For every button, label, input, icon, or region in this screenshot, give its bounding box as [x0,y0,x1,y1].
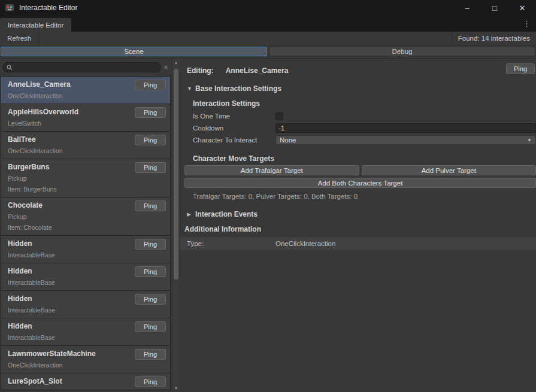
tab-interactable-editor[interactable]: Interactable Editor [0,18,71,32]
character-row: Character To Interact None ▼ [193,134,536,146]
base-settings-foldout[interactable]: ▼ Base Interaction Settings [187,84,536,93]
item-ping-button[interactable]: Ping [135,162,166,173]
item-ping-button[interactable]: Ping [135,239,166,250]
item-type: Pickup [8,213,165,220]
scrollbar-thumb[interactable] [174,69,178,279]
titlebar: Interactable Editor – □ ✕ [0,0,536,16]
tab-debug[interactable]: Debug [269,47,535,56]
interaction-settings-header: Interaction Settings [193,99,536,108]
is-one-time-checkbox[interactable] [275,113,283,120]
chevron-down-icon: ▼ [187,86,195,92]
item-ping-button[interactable]: Ping [135,80,166,90]
interaction-events-label: Interaction Events [195,210,258,218]
search-input[interactable] [15,64,157,71]
item-type: OneClickInteraction [8,92,165,99]
list-item[interactable]: LawnmowerStateMachine OneClickInteractio… [1,346,171,373]
close-icon[interactable]: ✕ [508,0,536,16]
editing-panel: Editing: AnneLise_Camera Ping ▼ Base Int… [180,59,536,392]
toolbar: Refresh Found: 14 interactables [0,32,536,45]
editing-label: Editing: [187,66,214,75]
item-ping-button[interactable]: Ping [135,321,166,332]
item-type: InteractableBase [8,251,165,259]
window-controls: – □ ✕ [453,0,536,16]
editing-value: AnneLise_Camera [226,66,289,75]
list-scrollbar[interactable]: ▲ ▼ [172,59,180,392]
refresh-button[interactable]: Refresh [0,32,39,45]
interactable-list: AnneLise_Camera OneClickInteraction Ping… [0,76,172,392]
minimize-icon[interactable]: – [453,0,481,16]
item-extra: Item: BurgerBuns [8,186,165,193]
interaction-events-foldout[interactable]: ▶ Interaction Events [187,209,536,219]
list-item[interactable]: Hidden InteractableBase Ping [1,291,171,318]
item-type: Pickup [8,175,165,182]
character-dropdown-value: None [280,136,296,144]
search-icon [7,65,13,71]
scroll-up-icon[interactable]: ▲ [172,59,180,66]
item-ping-button[interactable]: Ping [135,200,166,211]
list-item[interactable]: Hidden InteractableBase Ping [1,236,171,263]
targets-summary: Trafalgar Targets: 0, Pulver Targets: 0,… [193,193,536,200]
item-ping-button[interactable]: Ping [135,376,166,387]
base-settings-label: Base Interaction Settings [195,84,281,93]
add-pulver-target-button[interactable]: Add Pulver Target [362,165,536,175]
list-item[interactable]: AnneLise_Camera OneClickInteraction Ping [1,76,171,104]
tab-scene[interactable]: Scene [1,47,267,56]
search-row: × [2,62,171,73]
is-one-time-row: Is One Time [193,110,536,122]
type-row: Type: OneClickInteraction [180,237,536,250]
cooldown-field[interactable] [275,123,536,133]
item-type: LevelSwitch [8,120,165,127]
item-ping-button[interactable]: Ping [135,266,166,277]
item-ping-button[interactable]: Ping [135,349,166,360]
add-both-targets-button[interactable]: Add Both Characters Target [184,178,536,188]
list-item[interactable]: Hidden InteractableBase Ping [1,263,171,291]
item-type: InteractableBase [8,334,165,341]
item-extra: Item: Chocolate [8,224,165,231]
app-icon [5,3,14,13]
list-item[interactable]: Hidden InteractableBase Ping [1,318,171,346]
item-ping-button[interactable]: Ping [135,294,166,305]
list-item[interactable]: BurgerBuns Pickup Item: BurgerBuns Ping [1,159,171,197]
type-label: Type: [187,240,275,247]
add-trafalgar-target-button[interactable]: Add Trafalgar Target [184,165,359,175]
is-one-time-label: Is One Time [193,113,275,120]
list-item[interactable]: BallTree OneClickInteraction Ping [1,132,171,159]
item-type: OneClickInteraction [8,361,165,369]
search-box[interactable] [2,62,161,72]
item-type: OneClickInteraction [8,147,165,154]
target-buttons-row: Add Trafalgar Target Add Pulver Target [184,165,536,175]
item-type: InteractableBase [8,279,165,286]
editor-tabstrip: Interactable Editor ⋮ [0,16,536,32]
chevron-right-icon: ▶ [187,211,195,217]
move-targets-header: Character Move Targets [193,154,536,163]
cooldown-label: Cooldown [193,124,275,132]
item-ping-button[interactable]: Ping [135,135,166,145]
content: × AnneLise_Camera OneClickInteraction Pi… [0,59,536,392]
maximize-icon[interactable]: □ [481,0,508,16]
type-value: OneClickInteraction [275,240,335,247]
window-title: Interactable Editor [19,4,77,12]
editing-row: Editing: AnneLise_Camera [187,65,536,77]
scroll-down-icon[interactable]: ▼ [172,384,180,392]
cooldown-row: Cooldown [193,122,536,134]
list-item[interactable]: LureSpotA_Slot Ping [1,373,171,390]
found-count-label: Found: 14 interactables [452,32,536,45]
character-dropdown[interactable]: None ▼ [275,135,536,145]
additional-info-header: Additional Information [184,225,536,233]
clear-search-icon[interactable]: × [161,63,171,72]
item-type: InteractableBase [8,306,165,314]
editing-ping-button[interactable]: Ping [506,63,535,74]
kebab-menu-icon[interactable]: ⋮ [520,16,534,32]
character-label: Character To Interact [193,136,275,144]
item-ping-button[interactable]: Ping [135,107,166,118]
list-item[interactable]: AppleHillsOverworld LevelSwitch Ping [1,104,171,132]
view-tabs: Scene Debug [0,45,536,59]
scene-list-panel: × AnneLise_Camera OneClickInteraction Pi… [0,59,172,392]
dropdown-arrow-icon: ▼ [527,138,532,143]
list-item[interactable]: Chocolate Pickup Item: Chocolate Ping [1,197,171,236]
